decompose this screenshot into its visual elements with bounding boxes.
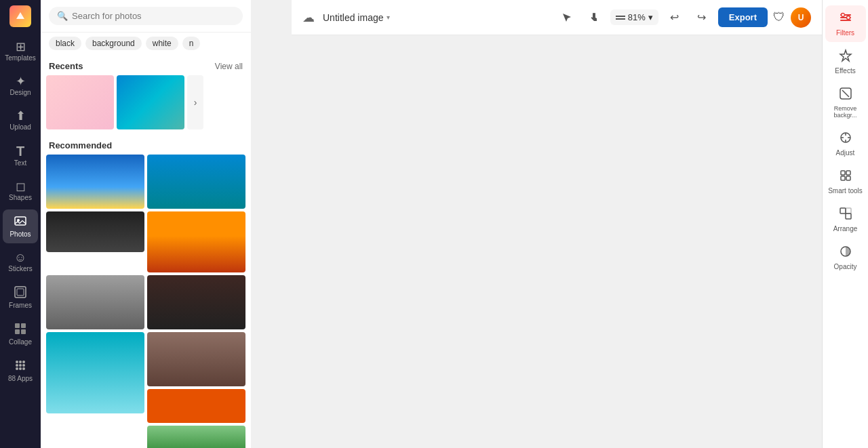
sidebar-item-collage[interactable]: Collage (3, 317, 38, 351)
undo-button[interactable]: ↩ (664, 7, 686, 28)
recommended-photo-3[interactable] (46, 211, 144, 252)
svg-rect-1 (15, 217, 26, 225)
svg-point-16 (19, 367, 22, 370)
shield-icon[interactable]: 🛡 (773, 10, 785, 24)
recommended-photo-5[interactable] (46, 275, 144, 329)
recommended-photo-10[interactable] (147, 426, 245, 448)
frames-icon (14, 286, 26, 300)
tag-n[interactable]: n (182, 37, 201, 50)
recommended-photo-1[interactable] (46, 155, 144, 209)
search-bar: 🔍 (41, 0, 251, 33)
design-icon: ✦ (16, 75, 26, 87)
recommended-grid-4 (46, 332, 245, 448)
svg-line-74 (842, 90, 849, 97)
sidebar-item-templates[interactable]: ⊞ Templates (3, 35, 38, 67)
export-button[interactable]: Export (718, 7, 768, 27)
svg-point-13 (19, 364, 22, 367)
svg-point-12 (16, 364, 18, 367)
zoom-caret: ▾ (648, 12, 653, 22)
document-title[interactable]: Untitled image ▾ (323, 12, 390, 23)
svg-rect-0 (18, 17, 23, 18)
remove-bg-icon (839, 87, 852, 104)
rs-item-opacity[interactable]: Opacity (825, 239, 866, 276)
app-logo[interactable] (9, 5, 31, 27)
rs-item-remove-bg[interactable]: Remove backgr... (825, 81, 866, 124)
rs-label-arrange: Arrange (833, 225, 858, 232)
sidebar-item-stickers[interactable]: ☺ Stickers (3, 246, 38, 278)
photos-icon (14, 215, 26, 229)
recommended-grid-2 (46, 211, 245, 272)
recommended-photo-2[interactable] (147, 155, 245, 209)
rs-label-opacity: Opacity (834, 263, 857, 270)
recommended-photo-4[interactable] (147, 211, 245, 272)
hand-tool[interactable] (583, 7, 605, 28)
recommended-grid-3 (46, 275, 245, 329)
svg-rect-82 (841, 176, 845, 180)
user-avatar[interactable]: U (791, 7, 811, 28)
recents-title: Recents (49, 61, 83, 71)
rs-item-effects[interactable]: Effects (825, 43, 866, 80)
rs-item-filters[interactable]: Filters (825, 5, 866, 42)
shapes-icon: ◻ (16, 180, 26, 192)
document-icon: ☁ (302, 10, 315, 25)
templates-icon: ⊞ (16, 41, 26, 53)
rs-label-smart-tools: Smart tools (828, 187, 863, 195)
recents-next-button[interactable]: › (187, 75, 203, 129)
svg-point-10 (19, 361, 22, 363)
search-icon: 🔍 (57, 11, 68, 21)
svg-point-9 (16, 361, 18, 363)
main-content: ☁ Untitled image ▾ 81% ▾ ↩ ↪ Export 🛡 U (251, 0, 822, 448)
adjust-icon (839, 131, 852, 148)
recommended-grid (46, 155, 245, 209)
redo-button[interactable]: ↪ (691, 7, 713, 28)
svg-rect-85 (846, 213, 851, 219)
view-all-button[interactable]: View all (215, 62, 243, 71)
stickers-icon: ☺ (14, 251, 26, 264)
tag-white[interactable]: white (146, 37, 178, 50)
zoom-control[interactable]: 81% ▾ (610, 9, 658, 25)
svg-rect-80 (841, 171, 845, 175)
svg-point-2 (17, 219, 20, 222)
recent-photo-2[interactable] (117, 75, 184, 129)
left-sidebar: ⊞ Templates ✦ Design ⬆ Upload T Text ◻ S… (0, 0, 41, 448)
tag-background[interactable]: background (85, 37, 142, 50)
rs-item-smart-tools[interactable]: Smart tools (825, 163, 866, 200)
svg-point-72 (846, 16, 850, 20)
right-sidebar: Filters Effects Remove backgr... Adjust … (822, 0, 868, 448)
select-tool[interactable] (556, 7, 578, 28)
rs-item-adjust[interactable]: Adjust (825, 125, 866, 162)
sidebar-item-text[interactable]: T Text (3, 139, 38, 172)
photos-scroll[interactable]: Recents View all › Recommended (41, 56, 251, 448)
sidebar-item-upload[interactable]: ⬆ Upload (3, 104, 38, 136)
svg-point-14 (22, 364, 25, 367)
sidebar-item-photos[interactable]: Photos (3, 209, 38, 243)
apps-icon (14, 359, 26, 373)
svg-point-71 (841, 14, 844, 17)
recommended-photo-8[interactable] (147, 332, 245, 386)
arrange-icon (839, 207, 852, 224)
top-header: ☁ Untitled image ▾ 81% ▾ ↩ ↪ Export 🛡 U (292, 0, 822, 35)
search-input[interactable] (72, 11, 235, 21)
recommended-photo-7[interactable] (46, 332, 144, 413)
sidebar-item-apps[interactable]: 88 Apps (3, 354, 38, 388)
svg-rect-83 (846, 176, 850, 180)
rs-label-remove-bg: Remove backgr... (828, 105, 863, 119)
photos-panel: 🔍 black background white n Recents View … (41, 0, 251, 448)
effects-icon (839, 49, 852, 66)
upload-icon: ⬆ (16, 110, 26, 122)
sidebar-item-frames[interactable]: Frames (3, 281, 38, 314)
sidebar-item-design[interactable]: ✦ Design (3, 70, 38, 102)
tag-row: black background white n (41, 33, 251, 56)
svg-rect-7 (15, 329, 20, 334)
svg-rect-19 (616, 18, 625, 20)
recent-photo-1[interactable] (46, 75, 114, 129)
text-icon: T (16, 144, 24, 158)
tag-black[interactable]: black (49, 37, 81, 50)
rs-item-arrange[interactable]: Arrange (825, 201, 866, 238)
recommended-photo-6[interactable] (147, 275, 245, 329)
title-caret: ▾ (387, 14, 390, 21)
sidebar-item-shapes[interactable]: ◻ Shapes (3, 175, 38, 207)
search-input-wrap[interactable]: 🔍 (49, 7, 243, 25)
recommended-photo-9[interactable] (147, 389, 245, 423)
svg-rect-86 (846, 208, 851, 213)
